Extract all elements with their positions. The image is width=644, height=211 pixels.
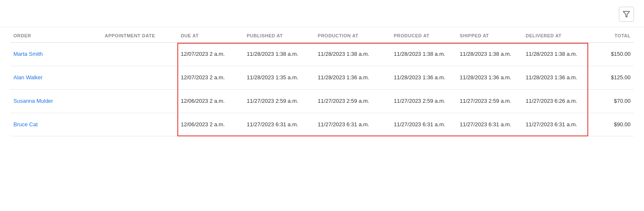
order-name-link[interactable]: Marta Smith	[13, 51, 43, 57]
cell-production: 11/28/2023 1:36 a.m.	[314, 66, 390, 89]
order-name-link[interactable]: Bruce Cat	[13, 121, 38, 128]
col-header-published: PUBLISHED AT	[243, 27, 314, 43]
col-header-due: DUE AT	[177, 27, 243, 43]
cell-appointment	[101, 89, 177, 113]
order-name-link[interactable]: Susanna Mulder	[13, 98, 53, 104]
cell-total: $70.00	[588, 89, 634, 113]
col-header-total: TOTAL	[588, 27, 634, 43]
cell-shipped: 11/28/2023 1:36 a.m.	[457, 66, 522, 89]
cell-delivered: 11/28/2023 1:36 a.m.	[522, 66, 588, 89]
col-header-production: PRODUCTION AT	[314, 27, 390, 43]
cell-published: 11/28/2023 1:38 a.m.	[243, 43, 314, 66]
cell-production: 11/27/2023 2:59 a.m.	[314, 89, 390, 113]
cell-published: 11/27/2023 2:59 a.m.	[243, 89, 314, 113]
cell-due: 12/06/2023 2 a.m.	[177, 113, 243, 136]
header	[0, 0, 644, 27]
cell-produced: 11/27/2023 6:31 a.m.	[390, 113, 456, 136]
cell-total: $90.00	[588, 113, 634, 136]
cell-total: $125.00	[588, 66, 634, 89]
cell-order: Bruce Cat	[10, 113, 101, 136]
cell-shipped: 11/27/2023 2:59 a.m.	[457, 89, 522, 113]
cell-produced: 11/27/2023 2:59 a.m.	[390, 89, 456, 113]
table-row: Susanna Mulder12/06/2023 2 a.m.11/27/202…	[10, 89, 634, 113]
table-header-row: ORDER APPOINTMENT DATE DUE AT PUBLISHED …	[10, 27, 634, 43]
cell-order: Alan Walker	[10, 66, 101, 89]
cell-delivered: 11/27/2023 6:26 a.m.	[522, 89, 588, 113]
svg-marker-0	[623, 11, 630, 17]
cell-due: 12/07/2023 2 a.m.	[177, 66, 243, 89]
cell-production: 11/28/2023 1:38 a.m.	[314, 43, 390, 66]
cell-produced: 11/28/2023 1:38 a.m.	[390, 43, 456, 66]
col-header-appointment: APPOINTMENT DATE	[101, 27, 177, 43]
cell-shipped: 11/27/2023 6:31 a.m.	[457, 113, 522, 136]
col-header-shipped: SHIPPED AT	[457, 27, 522, 43]
filter-button[interactable]	[619, 7, 634, 22]
cell-due: 12/07/2023 2 a.m.	[177, 43, 243, 66]
table-row: Marta Smith12/07/2023 2 a.m.11/28/2023 1…	[10, 43, 634, 66]
cell-production: 11/27/2023 6:31 a.m.	[314, 113, 390, 136]
cell-published: 11/27/2023 6:31 a.m.	[243, 113, 314, 136]
cell-order: Marta Smith	[10, 43, 101, 66]
cell-appointment	[101, 43, 177, 66]
page-container: ORDER APPOINTMENT DATE DUE AT PUBLISHED …	[0, 0, 644, 211]
cell-order: Susanna Mulder	[10, 89, 101, 113]
cell-due: 12/06/2023 2 a.m.	[177, 89, 243, 113]
filter-icon	[623, 10, 630, 18]
col-header-order: ORDER	[10, 27, 101, 43]
cell-published: 11/28/2023 1:35 a.m.	[243, 66, 314, 89]
cell-produced: 11/28/2023 1:36 a.m.	[390, 66, 456, 89]
col-header-delivered: DELIVERED AT	[522, 27, 588, 43]
col-header-produced: PRODUCED AT	[390, 27, 456, 43]
table-row: Alan Walker12/07/2023 2 a.m.11/28/2023 1…	[10, 66, 634, 89]
order-name-link[interactable]: Alan Walker	[13, 74, 43, 81]
cell-appointment	[101, 113, 177, 136]
cell-total: $150.00	[588, 43, 634, 66]
table-wrapper: ORDER APPOINTMENT DATE DUE AT PUBLISHED …	[0, 27, 644, 136]
orders-table: ORDER APPOINTMENT DATE DUE AT PUBLISHED …	[10, 27, 634, 136]
cell-delivered: 11/28/2023 1:38 a.m.	[522, 43, 588, 66]
table-row: Bruce Cat12/06/2023 2 a.m.11/27/2023 6:3…	[10, 113, 634, 136]
table-body: Marta Smith12/07/2023 2 a.m.11/28/2023 1…	[10, 43, 634, 136]
cell-appointment	[101, 66, 177, 89]
cell-shipped: 11/28/2023 1:38 a.m.	[457, 43, 522, 66]
cell-delivered: 11/27/2023 6:31 a.m.	[522, 113, 588, 136]
